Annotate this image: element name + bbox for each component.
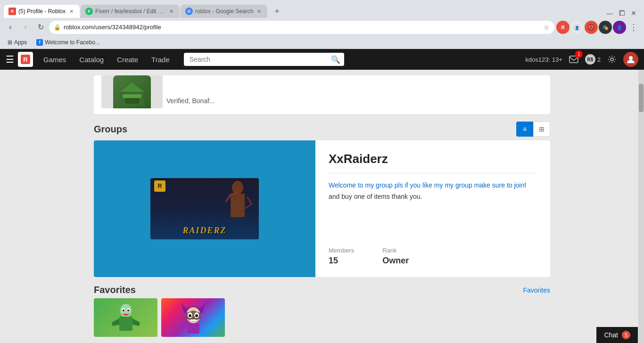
minimize-button[interactable]: —: [606, 9, 613, 17]
svg-text:👤: 👤: [617, 24, 623, 31]
window-controls: — ⧠ ✕: [606, 9, 640, 18]
address-bar-row: ‹ › ↻ 🔒 roblox.com/users/324348942/profi…: [0, 18, 644, 37]
tab-2-close[interactable]: ✕: [167, 8, 175, 15]
nav-create-link[interactable]: Create: [110, 49, 145, 70]
apps-bookmark[interactable]: ⊞ Apps: [4, 38, 31, 47]
tab-3[interactable]: G roblox - Google Search ✕: [181, 5, 267, 18]
favorites-grid: [94, 298, 550, 337]
grid-view-toggle[interactable]: ⊞: [533, 122, 550, 137]
hamburger-menu-button[interactable]: ☰: [6, 54, 14, 65]
list-view-toggle[interactable]: ≡: [516, 122, 533, 137]
settings-button[interactable]: [604, 52, 619, 67]
tab-1[interactable]: R (5) Profile - Roblox ✕: [4, 5, 80, 18]
reload-button[interactable]: ↻: [34, 21, 47, 34]
nav-links: Games Catalog Create Trade: [37, 49, 176, 70]
extensions-icon-3[interactable]: 🛡: [585, 21, 598, 34]
apps-label: Apps: [14, 39, 27, 46]
bookmarks-bar: ⊞ Apps f Welcome to Facebo...: [0, 37, 644, 49]
extensions-icon-2[interactable]: 👤: [570, 21, 584, 34]
address-bar[interactable]: 🔒 roblox.com/users/324348942/profile ☆: [49, 21, 554, 34]
svg-rect-34: [194, 319, 196, 321]
user-avatar-button[interactable]: [623, 52, 638, 67]
page-scrollbar[interactable]: [638, 70, 644, 343]
favorites-header: Favorites Favorites: [94, 281, 550, 298]
favorite-item-2[interactable]: [161, 298, 225, 337]
svg-marker-16: [120, 82, 144, 92]
search-bar: 🔍: [184, 53, 344, 66]
svg-point-19: [232, 181, 243, 194]
robux-icon: R$: [585, 54, 595, 65]
svg-text:👤: 👤: [575, 25, 579, 30]
robux-count: 2: [597, 56, 601, 63]
members-value: 15: [329, 256, 354, 266]
facebook-label: Welcome to Facebo...: [45, 39, 100, 46]
svg-rect-32: [190, 319, 192, 321]
new-tab-button[interactable]: +: [270, 5, 283, 18]
search-input[interactable]: [184, 53, 344, 66]
roblox-logo[interactable]: R: [18, 52, 33, 67]
more-options-button[interactable]: ⋮: [627, 21, 640, 34]
extensions-icon-1[interactable]: R: [556, 21, 570, 34]
chat-badge: 5: [622, 331, 630, 339]
tab-bar: R (5) Profile - Roblox ✕ F Fiverr / fear…: [0, 0, 644, 18]
svg-rect-35: [187, 323, 199, 334]
rank-stat: Rank Owner: [382, 247, 409, 266]
members-label: Members: [329, 247, 354, 254]
close-button[interactable]: ✕: [631, 9, 636, 17]
facebook-bookmark[interactable]: f Welcome to Facebo...: [33, 38, 104, 47]
verified-image: [101, 75, 163, 108]
svg-text:🛡: 🛡: [589, 25, 594, 30]
apps-grid-icon: ⊞: [8, 39, 12, 46]
browser-chrome: R (5) Profile - Roblox ✕ F Fiverr / fear…: [0, 0, 644, 49]
chat-button[interactable]: Chat 5: [596, 327, 638, 343]
groups-title: Groups: [94, 124, 127, 135]
svg-point-14: [629, 56, 633, 60]
svg-rect-18: [123, 94, 141, 98]
nav-catalog-link[interactable]: Catalog: [73, 49, 110, 70]
scrollbar-thumb[interactable]: [639, 84, 644, 112]
svg-rect-20: [231, 194, 245, 217]
maximize-button[interactable]: ⧠: [619, 9, 625, 17]
svg-text:🎭: 🎭: [603, 24, 609, 31]
robux-button[interactable]: R$ 2: [585, 54, 601, 65]
profile-avatar[interactable]: 👤: [613, 21, 626, 34]
svg-point-13: [611, 58, 613, 61]
tab-2[interactable]: F Fiverr / fearlessboi / Edit Gig ✕: [81, 5, 180, 18]
messages-button[interactable]: 1: [566, 52, 581, 67]
group-description: Welcome to my group pls if you like my m…: [329, 180, 537, 228]
svg-rect-33: [192, 319, 194, 321]
svg-text:R: R: [23, 56, 28, 63]
group-name: XxRaiderz: [329, 152, 537, 173]
search-submit-button[interactable]: 🔍: [331, 55, 340, 64]
verified-section: Verified, Bonaf...: [94, 75, 550, 114]
bookmark-star-icon[interactable]: ☆: [544, 24, 550, 31]
toolbar-icons: R 👤 🛡 🎭 👤 ⋮: [556, 21, 640, 34]
messages-badge: 1: [575, 50, 583, 58]
facebook-icon: f: [36, 39, 43, 46]
nav-back-button[interactable]: ‹: [4, 21, 17, 34]
tab-3-favicon: G: [185, 8, 193, 15]
address-text: roblox.com/users/324348942/profile: [64, 24, 541, 31]
tab-1-close[interactable]: ✕: [67, 8, 75, 15]
nav-right: kdos123: 13+ 1 R$ 2: [525, 52, 638, 67]
favorites-section: Favorites Favorites: [94, 281, 550, 337]
page-content: Verified, Bonaf... Groups ≡ ⊞: [0, 75, 644, 343]
nav-forward-button[interactable]: ›: [19, 21, 32, 34]
group-desc-blue: Welcome to my group pls if you like my m…: [329, 181, 524, 189]
nav-games-link[interactable]: Games: [37, 49, 73, 70]
tab-3-close[interactable]: ✕: [255, 8, 263, 15]
content-wrapper: Verified, Bonaf... Groups ≡ ⊞: [86, 75, 558, 337]
group-logo: RaiderZ R: [150, 178, 259, 239]
svg-point-30: [189, 314, 191, 317]
group-info: XxRaiderz Welcome to my group pls if you…: [315, 140, 550, 277]
tab-3-title: roblox - Google Search: [195, 8, 253, 15]
favorites-link[interactable]: Favorites: [523, 286, 550, 294]
favorite-item-1[interactable]: [94, 298, 157, 337]
tab-2-title: Fiverr / fearlessboi / Edit Gig: [95, 8, 165, 15]
username-display: kdos123: 13+: [525, 56, 562, 63]
nav-trade-link[interactable]: Trade: [145, 49, 176, 70]
tab-2-favicon: F: [85, 8, 93, 15]
group-image-area: RaiderZ R: [94, 140, 315, 277]
group-stats: Members 15 Rank Owner: [329, 228, 537, 266]
extensions-icon-4[interactable]: 🎭: [599, 21, 612, 34]
